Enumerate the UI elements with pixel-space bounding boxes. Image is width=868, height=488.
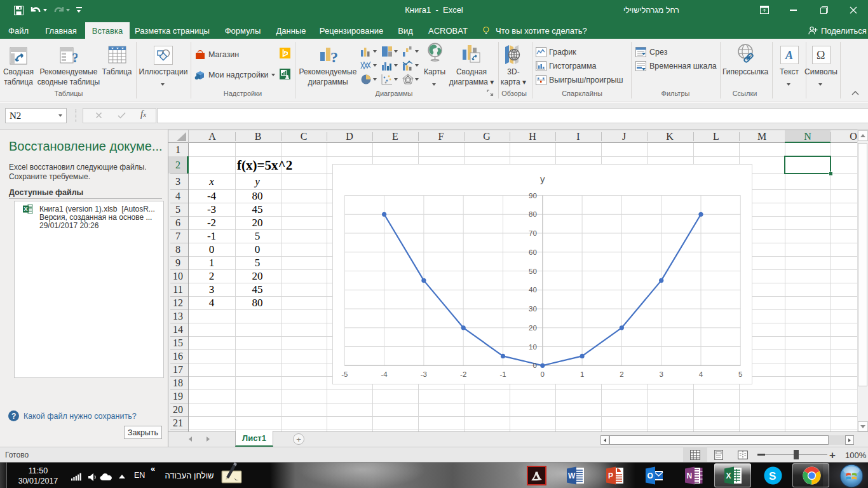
svg-text:30: 30 [529, 305, 537, 313]
svg-text:A: A [785, 49, 793, 62]
svg-text:80: 80 [529, 210, 537, 218]
svg-text:-2: -2 [460, 370, 466, 378]
svg-text:S: S [769, 470, 776, 482]
svg-text:?: ? [330, 49, 338, 65]
svg-text:10: 10 [529, 343, 537, 351]
svg-text:3: 3 [659, 370, 663, 378]
svg-text:1: 1 [580, 370, 584, 378]
svg-text:2: 2 [620, 370, 623, 378]
svg-text:P: P [608, 471, 613, 480]
svg-text:50: 50 [529, 268, 537, 275]
svg-text:-3: -3 [421, 370, 427, 378]
svg-text:O: O [648, 471, 653, 480]
svg-text:60: 60 [529, 248, 537, 256]
svg-text:90: 90 [529, 192, 537, 200]
svg-text:X: X [726, 471, 731, 480]
svg-text:N: N [687, 471, 693, 480]
svg-text:?: ? [72, 50, 78, 65]
svg-text:4: 4 [699, 370, 703, 378]
svg-text:0: 0 [532, 362, 536, 369]
svg-text:Ω: Ω [817, 49, 825, 62]
svg-text:y: y [540, 173, 545, 184]
svg-text:W: W [568, 471, 576, 480]
svg-text:?: ? [11, 412, 16, 421]
svg-text:40: 40 [529, 286, 537, 294]
svg-text:5: 5 [738, 370, 742, 378]
svg-text:-5: -5 [341, 370, 348, 378]
svg-text:20: 20 [529, 324, 537, 332]
svg-text:-1: -1 [499, 370, 506, 378]
svg-text:0: 0 [541, 370, 545, 378]
svg-text:-4: -4 [381, 370, 388, 378]
svg-text:X: X [24, 206, 28, 212]
svg-text:70: 70 [529, 229, 537, 237]
